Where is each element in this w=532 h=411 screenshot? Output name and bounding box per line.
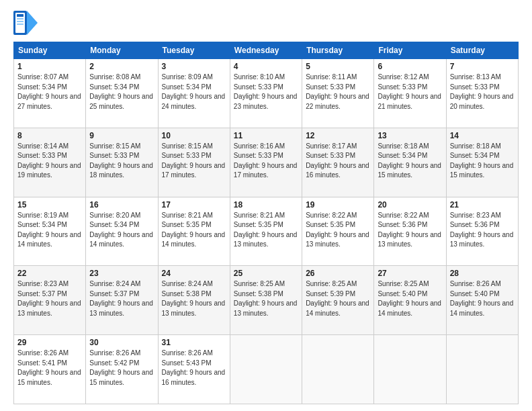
calendar-cell: 19Sunrise: 8:22 AMSunset: 5:35 PMDayligh… <box>302 197 374 266</box>
logo <box>13 11 40 35</box>
calendar-cell: 26Sunrise: 8:25 AMSunset: 5:39 PMDayligh… <box>302 266 374 335</box>
day-info: Sunrise: 8:25 AMSunset: 5:38 PMDaylight:… <box>234 279 298 318</box>
calendar-day-header: Tuesday <box>158 42 230 59</box>
day-number: 3 <box>162 62 226 71</box>
day-number: 14 <box>450 131 515 140</box>
calendar-cell: 9Sunrise: 8:15 AMSunset: 5:33 PMDaylight… <box>86 128 158 197</box>
calendar-cell: 16Sunrise: 8:20 AMSunset: 5:34 PMDayligh… <box>86 197 158 266</box>
calendar-cell <box>446 335 518 404</box>
day-number: 17 <box>162 200 226 210</box>
day-number: 9 <box>89 131 154 140</box>
day-number: 16 <box>89 200 154 210</box>
calendar-cell: 18Sunrise: 8:21 AMSunset: 5:35 PMDayligh… <box>230 197 302 266</box>
calendar-cell: 13Sunrise: 8:18 AMSunset: 5:34 PMDayligh… <box>374 128 446 197</box>
calendar-day-header: Saturday <box>446 42 518 59</box>
day-info: Sunrise: 8:11 AMSunset: 5:33 PMDaylight:… <box>306 73 370 111</box>
day-number: 21 <box>450 200 515 210</box>
day-info: Sunrise: 8:07 AMSunset: 5:34 PMDaylight:… <box>17 73 82 111</box>
day-number: 20 <box>378 200 442 210</box>
day-number: 10 <box>162 131 226 140</box>
calendar-day-header: Monday <box>86 42 158 59</box>
calendar-cell: 8Sunrise: 8:14 AMSunset: 5:33 PMDaylight… <box>14 128 86 197</box>
day-info: Sunrise: 8:22 AMSunset: 5:36 PMDaylight:… <box>378 211 442 250</box>
calendar-cell: 31Sunrise: 8:26 AMSunset: 5:43 PMDayligh… <box>158 335 230 404</box>
calendar-cell: 20Sunrise: 8:22 AMSunset: 5:36 PMDayligh… <box>374 197 446 266</box>
calendar-header-row: SundayMondayTuesdayWednesdayThursdayFrid… <box>14 42 519 59</box>
day-info: Sunrise: 8:17 AMSunset: 5:33 PMDaylight:… <box>306 142 370 181</box>
day-info: Sunrise: 8:23 AMSunset: 5:37 PMDaylight:… <box>17 279 82 318</box>
day-info: Sunrise: 8:13 AMSunset: 5:33 PMDaylight:… <box>450 73 515 111</box>
svg-rect-6 <box>17 24 24 25</box>
day-info: Sunrise: 8:21 AMSunset: 5:35 PMDaylight:… <box>234 211 298 250</box>
day-number: 23 <box>89 269 154 278</box>
day-info: Sunrise: 8:12 AMSunset: 5:33 PMDaylight:… <box>378 73 442 111</box>
day-info: Sunrise: 8:24 AMSunset: 5:37 PMDaylight:… <box>89 279 154 318</box>
day-info: Sunrise: 8:18 AMSunset: 5:34 PMDaylight:… <box>378 142 442 181</box>
day-info: Sunrise: 8:10 AMSunset: 5:33 PMDaylight:… <box>234 73 298 111</box>
day-info: Sunrise: 8:19 AMSunset: 5:34 PMDaylight:… <box>17 211 82 250</box>
calendar-cell: 22Sunrise: 8:23 AMSunset: 5:37 PMDayligh… <box>14 266 86 335</box>
calendar-cell: 3Sunrise: 8:09 AMSunset: 5:34 PMDaylight… <box>158 59 230 128</box>
day-number: 11 <box>234 131 298 140</box>
day-info: Sunrise: 8:18 AMSunset: 5:34 PMDaylight:… <box>450 142 515 181</box>
calendar-week-row: 1Sunrise: 8:07 AMSunset: 5:34 PMDaylight… <box>14 59 519 128</box>
svg-marker-1 <box>27 11 38 35</box>
header <box>13 11 519 35</box>
day-info: Sunrise: 8:16 AMSunset: 5:33 PMDaylight:… <box>234 142 298 181</box>
calendar-cell: 10Sunrise: 8:15 AMSunset: 5:33 PMDayligh… <box>158 128 230 197</box>
calendar-cell: 23Sunrise: 8:24 AMSunset: 5:37 PMDayligh… <box>86 266 158 335</box>
day-number: 19 <box>306 200 370 210</box>
day-number: 7 <box>450 62 515 71</box>
day-number: 4 <box>234 62 298 71</box>
calendar-cell: 6Sunrise: 8:12 AMSunset: 5:33 PMDaylight… <box>374 59 446 128</box>
calendar-week-row: 29Sunrise: 8:26 AMSunset: 5:41 PMDayligh… <box>14 335 519 404</box>
calendar-table: SundayMondayTuesdayWednesdayThursdayFrid… <box>13 42 519 404</box>
day-info: Sunrise: 8:09 AMSunset: 5:34 PMDaylight:… <box>162 73 226 111</box>
day-number: 6 <box>378 62 442 71</box>
svg-rect-3 <box>17 14 24 17</box>
calendar-day-header: Sunday <box>14 42 86 59</box>
day-number: 8 <box>17 131 82 140</box>
day-number: 28 <box>450 269 515 278</box>
calendar-cell: 28Sunrise: 8:26 AMSunset: 5:40 PMDayligh… <box>446 266 518 335</box>
day-info: Sunrise: 8:26 AMSunset: 5:41 PMDaylight:… <box>17 349 82 387</box>
day-info: Sunrise: 8:20 AMSunset: 5:34 PMDaylight:… <box>89 211 154 250</box>
calendar-cell: 17Sunrise: 8:21 AMSunset: 5:35 PMDayligh… <box>158 197 230 266</box>
calendar-cell: 4Sunrise: 8:10 AMSunset: 5:33 PMDaylight… <box>230 59 302 128</box>
day-info: Sunrise: 8:15 AMSunset: 5:33 PMDaylight:… <box>162 142 226 181</box>
calendar-cell: 15Sunrise: 8:19 AMSunset: 5:34 PMDayligh… <box>14 197 86 266</box>
calendar-cell: 2Sunrise: 8:08 AMSunset: 5:34 PMDaylight… <box>86 59 158 128</box>
calendar-day-header: Thursday <box>302 42 374 59</box>
day-number: 2 <box>89 62 154 71</box>
day-number: 15 <box>17 200 82 210</box>
calendar-day-header: Wednesday <box>230 42 302 59</box>
svg-rect-5 <box>17 21 24 22</box>
calendar-cell: 24Sunrise: 8:24 AMSunset: 5:38 PMDayligh… <box>158 266 230 335</box>
calendar-cell <box>302 335 374 404</box>
day-info: Sunrise: 8:14 AMSunset: 5:33 PMDaylight:… <box>17 142 82 181</box>
day-number: 22 <box>17 269 82 278</box>
calendar-cell <box>374 335 446 404</box>
day-number: 27 <box>378 269 442 278</box>
calendar-cell: 5Sunrise: 8:11 AMSunset: 5:33 PMDaylight… <box>302 59 374 128</box>
calendar-week-row: 22Sunrise: 8:23 AMSunset: 5:37 PMDayligh… <box>14 266 519 335</box>
day-number: 29 <box>17 338 82 347</box>
day-info: Sunrise: 8:15 AMSunset: 5:33 PMDaylight:… <box>89 142 154 181</box>
logo-icon <box>13 11 38 35</box>
day-number: 12 <box>306 131 370 140</box>
calendar-day-header: Friday <box>374 42 446 59</box>
calendar-cell: 25Sunrise: 8:25 AMSunset: 5:38 PMDayligh… <box>230 266 302 335</box>
day-info: Sunrise: 8:23 AMSunset: 5:36 PMDaylight:… <box>450 211 515 250</box>
day-info: Sunrise: 8:22 AMSunset: 5:35 PMDaylight:… <box>306 211 370 250</box>
day-info: Sunrise: 8:21 AMSunset: 5:35 PMDaylight:… <box>162 211 226 250</box>
day-info: Sunrise: 8:26 AMSunset: 5:40 PMDaylight:… <box>450 279 515 318</box>
calendar-cell: 30Sunrise: 8:26 AMSunset: 5:42 PMDayligh… <box>86 335 158 404</box>
day-info: Sunrise: 8:24 AMSunset: 5:38 PMDaylight:… <box>162 279 226 318</box>
calendar-cell: 27Sunrise: 8:25 AMSunset: 5:40 PMDayligh… <box>374 266 446 335</box>
day-info: Sunrise: 8:25 AMSunset: 5:39 PMDaylight:… <box>306 279 370 318</box>
calendar-cell: 21Sunrise: 8:23 AMSunset: 5:36 PMDayligh… <box>446 197 518 266</box>
calendar-cell: 14Sunrise: 8:18 AMSunset: 5:34 PMDayligh… <box>446 128 518 197</box>
calendar-cell: 1Sunrise: 8:07 AMSunset: 5:34 PMDaylight… <box>14 59 86 128</box>
day-number: 13 <box>378 131 442 140</box>
day-number: 30 <box>89 338 154 347</box>
